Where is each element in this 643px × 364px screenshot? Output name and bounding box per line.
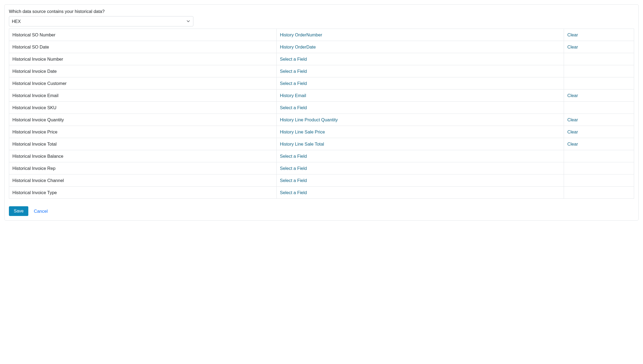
clear-cell xyxy=(564,174,634,187)
table-row: Historical SO NumberHistory OrderNumberC… xyxy=(9,29,634,41)
table-row: Historical Invoice QuantityHistory Line … xyxy=(9,114,634,126)
table-row: Historical Invoice BalanceSelect a Field xyxy=(9,150,634,162)
field-select-link[interactable]: History Line Sale Price xyxy=(280,129,325,134)
clear-cell: Clear xyxy=(564,114,634,126)
field-label: Historical Invoice Balance xyxy=(9,150,277,162)
field-select-link[interactable]: Select a Field xyxy=(280,105,307,110)
field-label: Historical Invoice Quantity xyxy=(9,114,277,126)
data-source-select[interactable]: HEX xyxy=(9,16,193,26)
table-row: Historical Invoice PriceHistory Line Sal… xyxy=(9,126,634,138)
field-value-cell: Select a Field xyxy=(276,77,564,90)
field-value-cell: Select a Field xyxy=(276,187,564,199)
field-select-link[interactable]: History Line Product Quantity xyxy=(280,117,338,122)
table-row: Historical Invoice SKUSelect a Field xyxy=(9,102,634,114)
field-value-cell: History Line Sale Total xyxy=(276,138,564,150)
field-value-cell: History Line Sale Price xyxy=(276,126,564,138)
field-select-link[interactable]: Select a Field xyxy=(280,166,307,171)
field-label: Historical Invoice Number xyxy=(9,53,277,65)
clear-link[interactable]: Clear xyxy=(567,93,578,98)
field-select-link[interactable]: Select a Field xyxy=(280,178,307,183)
clear-cell: Clear xyxy=(564,126,634,138)
table-row: Historical Invoice RepSelect a Field xyxy=(9,162,634,174)
clear-cell xyxy=(564,77,634,90)
field-select-link[interactable]: Select a Field xyxy=(280,154,307,159)
table-row: Historical Invoice CustomerSelect a Fiel… xyxy=(9,77,634,90)
field-select-link[interactable]: History Line Sale Total xyxy=(280,142,324,146)
clear-cell xyxy=(564,150,634,162)
clear-cell: Clear xyxy=(564,138,634,150)
field-select-link[interactable]: Select a Field xyxy=(280,81,307,86)
clear-link[interactable]: Clear xyxy=(567,32,578,37)
field-value-cell: History OrderNumber xyxy=(276,29,564,41)
field-select-link[interactable]: Select a Field xyxy=(280,190,307,195)
historical-data-panel: Which data source contains your historic… xyxy=(4,4,639,221)
clear-cell xyxy=(564,187,634,199)
field-value-cell: History OrderDate xyxy=(276,41,564,53)
field-value-cell: Select a Field xyxy=(276,102,564,114)
field-label: Historical Invoice SKU xyxy=(9,102,277,114)
field-select-link[interactable]: History OrderDate xyxy=(280,44,316,49)
clear-cell xyxy=(564,53,634,65)
field-label: Historical SO Date xyxy=(9,41,277,53)
field-label: Historical Invoice Customer xyxy=(9,77,277,90)
field-value-cell: History Email xyxy=(276,90,564,102)
field-value-cell: Select a Field xyxy=(276,174,564,187)
field-label: Historical Invoice Total xyxy=(9,138,277,150)
table-row: Historical Invoice TypeSelect a Field xyxy=(9,187,634,199)
table-row: Historical Invoice ChannelSelect a Field xyxy=(9,174,634,187)
field-select-link[interactable]: History Email xyxy=(280,93,306,98)
clear-cell: Clear xyxy=(564,41,634,53)
field-label: Historical Invoice Date xyxy=(9,65,277,77)
table-row: Historical Invoice TotalHistory Line Sal… xyxy=(9,138,634,150)
field-label: Historical Invoice Type xyxy=(9,187,277,199)
cancel-button[interactable]: Cancel xyxy=(34,209,47,214)
field-label: Historical Invoice Price xyxy=(9,126,277,138)
clear-link[interactable]: Clear xyxy=(567,117,578,122)
field-label: Historical Invoice Email xyxy=(9,90,277,102)
clear-link[interactable]: Clear xyxy=(567,142,578,146)
field-select-link[interactable]: Select a Field xyxy=(280,69,307,74)
field-label: Historical Invoice Channel xyxy=(9,174,277,187)
field-label: Historical SO Number xyxy=(9,29,277,41)
clear-cell xyxy=(564,102,634,114)
clear-cell: Clear xyxy=(564,29,634,41)
table-row: Historical Invoice EmailHistory EmailCle… xyxy=(9,90,634,102)
clear-link[interactable]: Clear xyxy=(567,129,578,134)
table-row: Historical Invoice DateSelect a Field xyxy=(9,65,634,77)
table-row: Historical SO DateHistory OrderDateClear xyxy=(9,41,634,53)
field-value-cell: Select a Field xyxy=(276,150,564,162)
clear-cell: Clear xyxy=(564,90,634,102)
data-source-prompt: Which data source contains your historic… xyxy=(9,9,634,14)
form-footer: Save Cancel xyxy=(9,206,634,216)
field-mapping-table: Historical SO NumberHistory OrderNumberC… xyxy=(9,29,634,199)
field-label: Historical Invoice Rep xyxy=(9,162,277,174)
field-select-link[interactable]: History OrderNumber xyxy=(280,32,322,37)
field-value-cell: Select a Field xyxy=(276,65,564,77)
save-button[interactable]: Save xyxy=(9,206,28,216)
clear-cell xyxy=(564,162,634,174)
table-row: Historical Invoice NumberSelect a Field xyxy=(9,53,634,65)
field-value-cell: Select a Field xyxy=(276,162,564,174)
clear-link[interactable]: Clear xyxy=(567,44,578,49)
field-value-cell: History Line Product Quantity xyxy=(276,114,564,126)
field-select-link[interactable]: Select a Field xyxy=(280,57,307,61)
clear-cell xyxy=(564,65,634,77)
field-value-cell: Select a Field xyxy=(276,53,564,65)
